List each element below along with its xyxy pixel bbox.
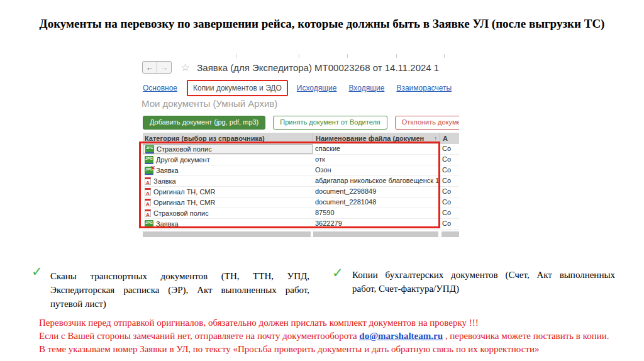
row-category: Заявка <box>156 219 179 229</box>
pdf-file-icon: A <box>145 209 151 217</box>
table-footer-bar <box>143 231 459 237</box>
note-line-1: Перевозчик перед отправкой оригиналов, о… <box>39 316 638 330</box>
table-row[interactable]: JPGЗаявка 3622279 Со <box>143 219 459 230</box>
row-filename: отк <box>313 155 440 165</box>
row-filename: спаские <box>313 144 440 154</box>
jpg-file-deleted-icon: JPG <box>145 167 153 175</box>
window-header: ← → ☆ Заявка (для Экспедитора) МТ0002326… <box>142 60 459 75</box>
row-category: Другой документ <box>156 155 210 165</box>
column-header-filename-label: Наименование файла (докумен <box>316 135 424 142</box>
column-header-author[interactable]: А <box>440 133 459 144</box>
tab-incoming[interactable]: Входящие <box>349 84 385 92</box>
row-filename: 87590 <box>313 208 440 218</box>
favorite-star-icon[interactable]: ☆ <box>180 62 190 73</box>
accept-document-button[interactable]: Принять документ от Водителя <box>273 116 387 130</box>
tab-bar: Основное Копии документов и ЭДО Исходящи… <box>143 79 459 97</box>
documents-table: Категория (выбор из справочника) Наимено… <box>143 133 459 230</box>
row-filename: document_2281048 <box>313 197 440 208</box>
checkmark-icon: ✓ <box>31 265 43 279</box>
table-row[interactable]: AОригинал ТН, CMR document_2298849 Со <box>143 187 459 197</box>
jpg-file-icon: JPG <box>145 145 154 153</box>
row-filename: абдигапар никольское благовещенск 14.11 … <box>313 176 440 186</box>
jpg-file-icon: JPG <box>145 220 153 228</box>
pdf-file-icon: A <box>145 199 151 206</box>
table-row[interactable]: JPGЗаявка Озон Со <box>143 165 459 176</box>
row-category: Заявка <box>156 166 179 175</box>
document-toolbar: Добавить документ (jpg, pdf, mp3) Принят… <box>143 116 459 130</box>
app-screenshot: ← → ☆ Заявка (для Экспедитора) МТ0002326… <box>137 54 459 240</box>
tab-document-copies-edo[interactable]: Копии документов и ЭДО <box>187 80 288 96</box>
row-author: Со <box>440 197 459 208</box>
forward-arrow-icon[interactable]: → <box>157 62 171 73</box>
row-filename: document_2298849 <box>313 187 440 197</box>
row-author: Со <box>440 187 459 197</box>
note-line-2: Если с Вашей стороны замечаний нет, отпр… <box>39 330 638 343</box>
pdf-file-icon: A <box>145 177 151 185</box>
bullet-accounting-docs: Копии бухгалтерских документов (Счет, Ак… <box>352 269 615 296</box>
slide: Документы на перевозку по завершении рей… <box>0 0 644 361</box>
row-author: Со <box>440 165 459 175</box>
bullet-transport-docs: Сканы транспортных документов (ТН, ТТН, … <box>50 270 309 311</box>
row-category: Страховой полис <box>157 145 212 153</box>
table-row[interactable]: JPGСтраховой полис спаские Со <box>143 144 459 155</box>
row-category: Оригинал ТН, CMR <box>153 187 215 197</box>
reject-document-button[interactable]: Отклонить документ от Водителя <box>395 116 459 130</box>
table-row[interactable]: AСтраховой полис 87590 Со <box>143 208 459 219</box>
nav-button-group: ← → <box>142 61 172 74</box>
note-line-3: В теме указываем номер Заявки в УЛ, по т… <box>39 343 638 356</box>
checkmark-icon: ✓ <box>332 267 343 280</box>
cropped-row-remnant <box>137 54 459 58</box>
row-category: Оригинал ТН, CMR <box>153 198 215 208</box>
column-header-category[interactable]: Категория (выбор из справочника) <box>143 133 313 144</box>
notes-block: Перевозчик перед отправкой оригиналов, о… <box>39 316 638 356</box>
row-filename: 3622279 <box>313 219 440 229</box>
sort-ascending-icon: ↑ <box>435 133 438 144</box>
row-author: Со <box>440 155 459 165</box>
row-author: Со <box>440 144 459 154</box>
jpg-file-icon: JPG <box>145 156 153 164</box>
note-line-2-end: , перевозчика можете поставить в копии. <box>443 331 609 341</box>
table-row[interactable]: AОригинал ТН, CMR document_2281048 Со <box>143 197 459 208</box>
page-title: Документы на перевозку по завершении рей… <box>13 17 631 31</box>
back-arrow-icon[interactable]: ← <box>143 62 157 73</box>
note-line-2-start: Если с Вашей стороны замечаний нет, отпр… <box>39 331 359 341</box>
pdf-file-icon: A <box>145 188 151 196</box>
email-link[interactable]: do@marshalteam.ru <box>359 331 443 341</box>
table-row[interactable]: AЗаявка абдигапар никольское благовещенс… <box>143 176 459 187</box>
row-author: Со <box>440 208 459 218</box>
row-author: Со <box>440 176 459 186</box>
row-author: Со <box>440 219 459 229</box>
column-header-filename[interactable]: Наименование файла (докумен ↑ <box>313 133 440 144</box>
tab-outgoing[interactable]: Исходящие <box>297 84 337 92</box>
row-category: Страховой полис <box>153 209 209 218</box>
section-title: Мои документы (Умный Архив) <box>142 98 277 109</box>
row-category: Заявка <box>153 177 176 186</box>
window-title: Заявка (для Экспедитора) МТ00023268 от 1… <box>197 62 439 73</box>
tab-main[interactable]: Основное <box>143 84 177 92</box>
add-document-button[interactable]: Добавить документ (jpg, pdf, mp3) <box>143 116 265 130</box>
tab-settlements[interactable]: Взаиморасчеты <box>396 84 452 92</box>
table-header-row: Категория (выбор из справочника) Наимено… <box>143 133 459 144</box>
row-filename: Озон <box>313 165 440 175</box>
table-row[interactable]: JPGДругой документ отк Со <box>143 155 459 165</box>
